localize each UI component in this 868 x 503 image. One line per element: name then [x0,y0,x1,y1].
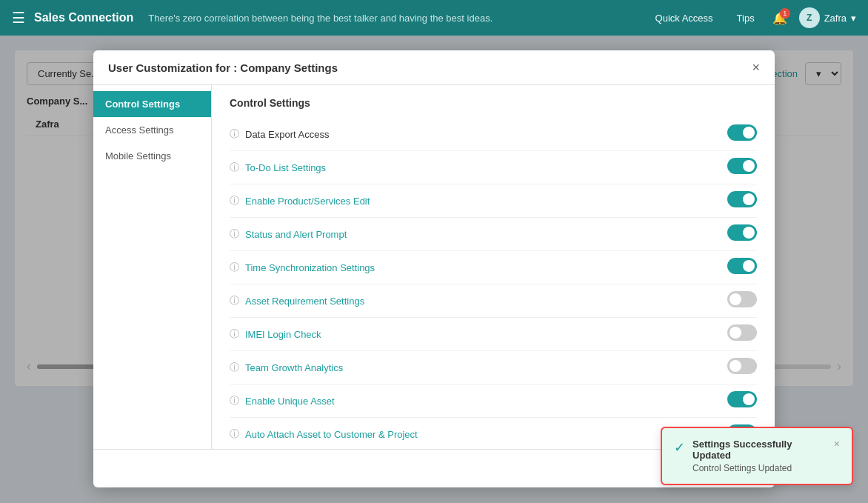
toast-close-button[interactable]: × [834,439,840,449]
modal-close-button[interactable]: × [752,61,760,74]
settings-list: ⓘData Export AccessⓘTo-Do List Settingsⓘ… [230,118,757,449]
setting-label: Data Export Access [245,129,727,140]
info-icon[interactable]: ⓘ [230,127,239,141]
setting-row: ⓘTo-Do List Settings [230,151,757,184]
info-icon[interactable]: ⓘ [230,227,239,241]
setting-row: ⓘData Export Access [230,118,757,151]
setting-row: ⓘStatus and Alert Prompt [230,218,757,251]
info-icon[interactable]: ⓘ [230,327,239,341]
app-quote: There's zero correlation between being t… [148,13,649,24]
toggle-switch[interactable] [727,358,757,374]
modal-sidebar: Control Settings Access Settings Mobile … [93,85,212,449]
setting-row: ⓘTime Synchronization Settings [230,251,757,284]
setting-label: Enable Product/Services Edit [245,196,727,207]
app-title: Sales Connection [34,11,133,24]
setting-label: To-Do List Settings [245,162,727,173]
toast-check-icon: ✓ [674,439,685,456]
toggle-switch[interactable] [727,224,757,241]
toggle-switch[interactable] [727,391,757,407]
hamburger-icon[interactable]: ☰ [12,9,25,27]
nav-right: Quick Access Tips 🔔 1 Z Zafra ▾ [650,7,856,28]
avatar: Z [799,7,820,28]
toggle-switch[interactable] [727,158,757,174]
info-icon[interactable]: ⓘ [230,161,239,174]
chevron-down-icon: ▾ [851,13,856,24]
setting-label: Time Synchronization Settings [245,262,727,273]
toast-inner: ✓ Settings Successfully Updated Control … [674,439,840,473]
setting-label: Auto Attach Asset to Customer & Project [245,429,727,440]
toast-notification: ✓ Settings Successfully Updated Control … [661,427,853,485]
quick-access-button[interactable]: Quick Access [650,10,719,27]
info-icon[interactable]: ⓘ [230,261,239,274]
toggle-switch[interactable] [727,191,757,207]
sidebar-item-control[interactable]: Control Settings [93,91,211,117]
bell-badge: 1 [780,8,790,19]
toast-subtitle: Control Settings Updated [692,463,827,473]
modal-title: User Customization for : Company Setting… [108,61,338,74]
modal-header: User Customization for : Company Setting… [93,50,775,85]
notifications-bell[interactable]: 🔔 1 [772,11,787,25]
setting-row: ⓘTeam Growth Analytics [230,351,757,384]
info-icon[interactable]: ⓘ [230,394,239,407]
toast-text: Settings Successfully Updated Control Se… [692,439,827,473]
toggle-switch[interactable] [727,291,757,307]
username-label: Zafra [824,13,847,24]
setting-label: Asset Requirement Settings [245,296,727,307]
setting-label: Enable Unique Asset [245,396,727,407]
modal-body: Control Settings Access Settings Mobile … [93,85,775,449]
setting-row: ⓘIMEI Login Check [230,318,757,351]
modal-dialog: User Customization for : Company Setting… [93,50,775,487]
setting-row: ⓘEnable Unique Asset [230,384,757,418]
setting-row: ⓘEnable Product/Services Edit [230,184,757,218]
section-title: Control Settings [230,97,757,109]
setting-label: Team Growth Analytics [245,362,727,373]
user-menu[interactable]: Z Zafra ▾ [799,7,856,28]
info-icon[interactable]: ⓘ [230,361,239,374]
tips-button[interactable]: Tips [731,10,761,27]
toggle-switch[interactable] [727,258,757,274]
setting-label: IMEI Login Check [245,329,727,340]
info-icon[interactable]: ⓘ [230,194,239,207]
toggle-switch[interactable] [727,124,757,141]
info-icon[interactable]: ⓘ [230,294,239,307]
toast-title: Settings Successfully Updated [692,439,827,461]
setting-label: Status and Alert Prompt [245,229,727,240]
top-navigation: ☰ Sales Connection There's zero correlat… [0,0,868,36]
modal-content-area: Control Settings ⓘData Export AccessⓘTo-… [212,85,775,449]
toggle-switch[interactable] [727,324,757,341]
info-icon[interactable]: ⓘ [230,427,239,441]
sidebar-item-access[interactable]: Access Settings [93,117,211,143]
setting-row: ⓘAsset Requirement Settings [230,284,757,318]
sidebar-item-mobile[interactable]: Mobile Settings [93,143,211,169]
